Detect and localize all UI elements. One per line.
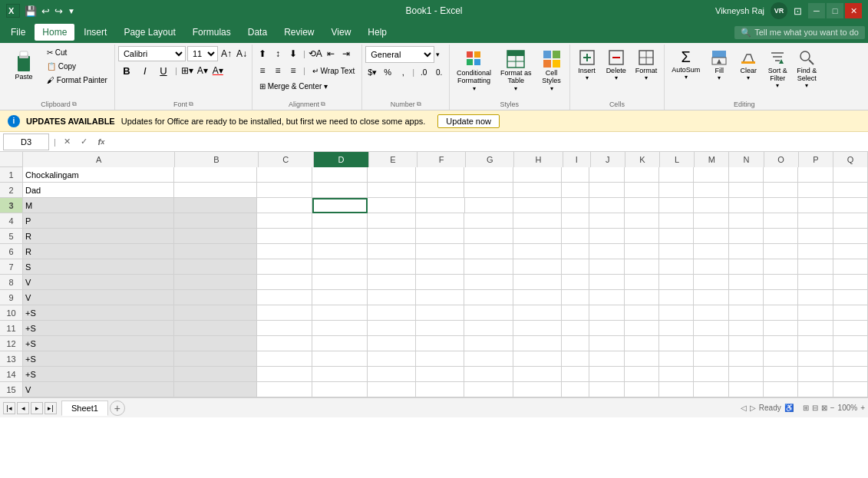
sort-filter-button[interactable]: Sort &Filter ▾ [764,46,791,91]
cell-c9[interactable] [257,290,312,305]
col-header-n[interactable]: N [729,152,764,167]
cell-q15[interactable] [833,382,868,397]
cell-p1[interactable] [798,167,833,183]
confirm-formula-button[interactable]: ✓ [78,135,91,149]
cell-l15[interactable] [659,382,694,397]
cell-h2[interactable] [513,183,562,198]
cell-n12[interactable] [729,336,764,351]
close-button[interactable]: ✕ [845,3,862,18]
cell-f6[interactable] [416,244,464,259]
zoom-out-icon[interactable]: − [830,404,835,412]
scroll-left-icon[interactable]: ◁ [741,404,747,412]
cell-n13[interactable] [729,351,764,367]
prev-sheet-button[interactable]: ◂ [17,402,29,414]
font-color-button[interactable]: A▾ [211,63,225,78]
last-sheet-button[interactable]: ▸| [45,402,57,414]
align-middle-button[interactable]: ↕ [271,46,285,61]
align-right-button[interactable]: ≡ [286,63,300,78]
paste-button[interactable]: Paste [6,46,41,83]
cell-q8[interactable] [833,275,868,290]
cell-g6[interactable] [464,244,513,259]
menu-item-home[interactable]: Home [35,24,74,41]
cell-o14[interactable] [764,367,798,382]
cell-q4[interactable] [833,213,868,229]
cell-b4[interactable] [174,213,257,229]
cell-f9[interactable] [416,290,464,305]
clipboard-expand-icon[interactable]: ⧉ [72,101,77,108]
cell-c8[interactable] [257,275,312,290]
cell-k5[interactable] [625,229,659,244]
col-header-d[interactable]: D [314,152,369,167]
cell-o8[interactable] [764,275,798,290]
cell-d7[interactable] [312,259,368,275]
cell-k7[interactable] [625,259,659,275]
cell-d3[interactable] [312,198,368,213]
scroll-right-icon[interactable]: ▷ [750,404,756,412]
insert-button[interactable]: Insert ▾ [573,46,601,84]
accessibility-icon[interactable]: ♿ [784,404,794,412]
row-header-11[interactable]: 11 [0,321,23,336]
bold-button[interactable]: B [118,63,135,78]
cell-f8[interactable] [416,275,464,290]
cell-m11[interactable] [694,321,728,336]
cell-e11[interactable] [368,321,416,336]
cell-o11[interactable] [764,321,798,336]
cell-a5[interactable]: R [23,229,174,244]
zoom-in-icon[interactable]: + [860,404,865,412]
number-format-expand[interactable]: ▾ [436,51,440,58]
cell-k14[interactable] [625,367,659,382]
cell-o3[interactable] [764,198,798,213]
cell-i15[interactable] [562,382,589,397]
cell-i6[interactable] [562,244,589,259]
cell-l1[interactable] [659,167,694,183]
cell-j11[interactable] [589,321,624,336]
row-header-8[interactable]: 8 [0,275,23,290]
cell-o12[interactable] [764,336,798,351]
font-name-select[interactable]: Calibri [118,46,186,61]
fill-button[interactable]: Fill ▾ [705,46,733,84]
align-left-button[interactable]: ≡ [256,63,269,78]
text-direction-button[interactable]: ⟲A [309,46,322,61]
redo-icon[interactable]: ↪ [54,5,63,17]
cell-j7[interactable] [589,259,624,275]
cell-i1[interactable] [562,167,589,183]
cell-d2[interactable] [312,183,368,198]
cell-i5[interactable] [562,229,589,244]
cell-h15[interactable] [513,382,562,397]
view-normal-icon[interactable]: ⊞ [803,404,809,412]
row-header-10[interactable]: 10 [0,305,23,321]
cell-e14[interactable] [368,367,416,382]
col-header-e[interactable]: E [369,152,417,167]
view-layout-icon[interactable]: ⊟ [812,404,818,412]
align-bottom-button[interactable]: ⬇ [286,46,300,61]
cell-d5[interactable] [312,229,368,244]
row-header-13[interactable]: 13 [0,351,23,367]
cell-f13[interactable] [416,351,464,367]
view-pagebreak-icon[interactable]: ⊠ [821,404,827,412]
cell-o15[interactable] [764,382,798,397]
col-header-a[interactable]: A [23,152,175,167]
row-header-4[interactable]: 4 [0,213,23,229]
cell-p14[interactable] [798,367,833,382]
cell-i14[interactable] [562,367,589,382]
cell-l8[interactable] [659,275,694,290]
cell-q2[interactable] [833,183,868,198]
minimize-button[interactable]: ─ [808,3,825,18]
cell-j6[interactable] [589,244,624,259]
cell-e7[interactable] [368,259,416,275]
menu-item-file[interactable]: File [3,24,33,41]
cell-o6[interactable] [764,244,798,259]
cell-g1[interactable] [464,167,513,183]
cell-e9[interactable] [368,290,416,305]
cell-a9[interactable]: V [23,290,174,305]
cell-a14[interactable]: +S [23,367,174,382]
cell-k2[interactable] [625,183,659,198]
cell-b13[interactable] [174,351,257,367]
cell-c3[interactable] [257,198,312,213]
cell-b7[interactable] [174,259,257,275]
cell-h13[interactable] [513,351,562,367]
cell-a2[interactable]: Dad [23,183,174,198]
col-header-k[interactable]: K [625,152,660,167]
row-header-1[interactable]: 1 [0,167,23,183]
cell-i8[interactable] [562,275,589,290]
